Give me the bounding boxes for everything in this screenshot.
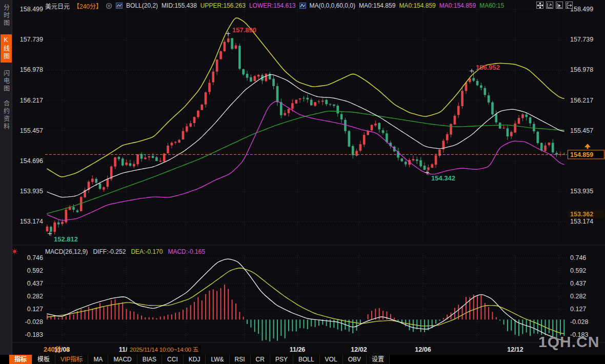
macd-diff-value: DIFF:-0.252 (93, 248, 126, 255)
boll-upper-value: UPPER:156.263 (200, 2, 246, 9)
ma-indicator-icon[interactable] (299, 3, 306, 9)
low-price-tag: 153.362 (570, 211, 593, 218)
svg-text:157.739: 157.739 (20, 36, 43, 43)
site-watermark: 1QH.CN (538, 333, 599, 351)
svg-text:153.174: 153.174 (20, 218, 43, 225)
sidebar-item-candlestick-chart[interactable]: K线图 (1, 34, 12, 63)
toolbar-item-obv[interactable]: OBV (343, 355, 367, 364)
sidebar-item-contract-info[interactable]: 合约资料 (1, 100, 12, 131)
toolbar-item-psy[interactable]: PSY (270, 355, 293, 364)
svg-text:0.592: 0.592 (27, 267, 43, 274)
bar-datetime-tooltip: 2025/11/14 10:00~14:00 五 (127, 345, 201, 354)
macd-params-label: MACD(26,12,9) (45, 248, 88, 255)
svg-text:12/06: 12/06 (415, 346, 431, 353)
svg-text:157.890: 157.890 (232, 26, 256, 34)
boll-mid-value: MID:155.438 (162, 2, 197, 9)
chevron-up-icon: ▲ (65, 346, 70, 352)
svg-text:155.457: 155.457 (20, 127, 43, 134)
svg-text:-0.183: -0.183 (25, 331, 43, 338)
svg-text:156.952: 156.952 (476, 64, 500, 71)
svg-text:156.978: 156.978 (20, 66, 43, 73)
toolbar-item-boll[interactable]: BOLL (293, 355, 320, 364)
sidebar-item-lightning-chart[interactable]: 闪电图 (1, 70, 12, 93)
svg-text:156.217: 156.217 (20, 97, 43, 104)
chart-tool-icons (536, 2, 573, 9)
svg-text:158.499: 158.499 (570, 6, 593, 13)
toolbar-item-indicators[interactable]: 指标 (9, 355, 32, 364)
circle-plus-icon[interactable] (106, 3, 112, 9)
indicator-toolbar: 指标 模板 VIP指标 MA MACD BIAS CCI KDJ LW& RSI… (0, 355, 605, 364)
chart-canvas[interactable]: 158.499158.499157.739157.739156.978156.9… (0, 0, 605, 364)
ma60-value: MA60:15 (479, 2, 504, 9)
svg-text:0.127: 0.127 (570, 306, 586, 313)
svg-text:-0.028: -0.028 (570, 318, 588, 326)
interval-badge[interactable]: 【240分】 (73, 2, 102, 10)
toolbar-item-kdj[interactable]: KDJ (184, 355, 206, 364)
svg-text:12/12: 12/12 (507, 346, 523, 353)
sidebar: 分时图 K线图 闪电图 合约资料 (0, 0, 12, 355)
toolbar-item-macd[interactable]: MACD (108, 355, 137, 364)
toolbar-item-settings[interactable]: 设置 (367, 355, 390, 364)
ma-params-label: MA(0,0,0,60,0,0) (310, 2, 355, 9)
macd-header: MACD(26,12,9) DIFF:-0.252 DEA:-0.170 MAC… (45, 248, 205, 255)
svg-text:152.812: 152.812 (54, 235, 78, 243)
toolbar-item-vip-indicators[interactable]: VIP指标 (55, 355, 88, 364)
toolbar-item-vol[interactable]: VOL (320, 355, 343, 364)
toolbar-item-cr[interactable]: CR (251, 355, 270, 364)
svg-text:0.746: 0.746 (27, 254, 43, 261)
svg-text:0.282: 0.282 (570, 293, 586, 300)
svg-text:0.746: 0.746 (570, 254, 586, 261)
boll-indicator-icon[interactable] (116, 3, 123, 9)
svg-text:153.174: 153.174 (570, 218, 593, 225)
toolbar-item-lw[interactable]: LW& (206, 355, 229, 364)
svg-text:12/02: 12/02 (351, 346, 367, 353)
toolbar-item-rsi[interactable]: RSI (230, 355, 251, 364)
macd-dea-value: DEA:-0.170 (131, 248, 163, 255)
pop-out-icon[interactable] (566, 2, 573, 9)
sidebar-item-timeline-chart[interactable]: 分时图 (1, 4, 12, 27)
svg-text:154.696: 154.696 (20, 157, 43, 165)
svg-text:0.437: 0.437 (570, 280, 586, 287)
toolbar-item-templates[interactable]: 模板 (32, 355, 55, 364)
scale-left-icon[interactable] (546, 2, 553, 9)
macd-panel (47, 259, 564, 341)
svg-text:157.739: 157.739 (570, 36, 593, 43)
svg-text:158.499: 158.499 (20, 6, 43, 13)
svg-text:-0.028: -0.028 (25, 318, 43, 326)
symbol-name: 美元日元 (45, 2, 70, 10)
svg-text:0.437: 0.437 (27, 280, 43, 287)
grid (12, 5, 605, 342)
svg-text:0.592: 0.592 (570, 267, 586, 274)
svg-text:11/26: 11/26 (290, 346, 306, 353)
svg-text:0.127: 0.127 (27, 306, 43, 313)
interval-selector-label: 240分 (44, 344, 62, 354)
price-markers: 152.812157.890154.342156.952 (48, 26, 500, 242)
toolbar-item-ma[interactable]: MA (88, 355, 108, 364)
boll-lower-value: LOWER:154.613 (249, 2, 296, 9)
scale-right-icon[interactable] (556, 2, 563, 9)
ma0-magenta-value: MA0:154.859 (439, 2, 476, 9)
trading-terminal: 158.499158.499157.739157.739156.978156.9… (0, 0, 605, 364)
boll-label: BOLL(20,2) (126, 2, 158, 9)
toolbar-item-cci[interactable]: CCI (162, 355, 184, 364)
toolbar-item-bias[interactable]: BIAS (137, 355, 162, 364)
axis-price-tags: 154.859153.362 (568, 144, 604, 218)
current-price-tag: 154.859 (570, 151, 593, 158)
svg-text:153.935: 153.935 (20, 188, 43, 195)
chart-header: 美元日元 【240分】 BOLL(20,2) MID:155.438 UPPER… (45, 2, 504, 10)
pan-tool-icon[interactable] (536, 2, 543, 9)
ma0-yellow-value: MA0:154.859 (399, 2, 435, 9)
interval-selector[interactable]: 240分 ▲ (44, 344, 70, 354)
svg-text:156.978: 156.978 (570, 66, 593, 73)
svg-text:155.457: 155.457 (570, 127, 593, 134)
svg-text:153.935: 153.935 (570, 188, 593, 195)
overlay-lines (47, 18, 564, 220)
svg-text:156.217: 156.217 (570, 97, 593, 104)
ma0-white-value: MA0:154.859 (359, 2, 395, 9)
macd-macd-value: MACD:-0.165 (168, 248, 205, 255)
svg-text:154.342: 154.342 (431, 174, 455, 182)
svg-text:0.282: 0.282 (27, 293, 43, 300)
